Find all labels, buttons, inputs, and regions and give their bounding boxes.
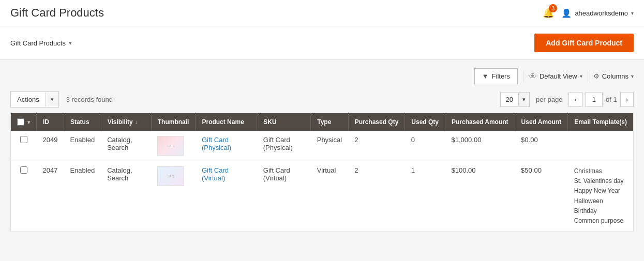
row-checkbox[interactable] — [20, 166, 27, 174]
top-right-controls: 🔔 3 👤 aheadworksdemo ▾ — [543, 7, 634, 19]
cell-email-templates — [568, 131, 634, 161]
cell-email-templates: ChristmasSt. Valentines dayHappy New Yea… — [568, 161, 634, 232]
column-sku: SKU — [257, 113, 311, 131]
cell-thumbnail: IMG — [151, 131, 196, 161]
table-row: 2047 Enabled Catalog, Search IMG Gift Ca… — [11, 161, 634, 232]
columns-chevron-icon: ▾ — [631, 73, 634, 79]
cell-used-amount: $0.00 — [515, 131, 568, 161]
view-label: Default View — [540, 72, 577, 80]
column-id: ID — [37, 113, 64, 131]
separator — [523, 71, 523, 82]
filter-row: ▼ Filters 👁 Default View ▾ ⚙ Columns ▾ — [10, 68, 634, 84]
per-page-label: per page — [536, 96, 562, 103]
filter-icon: ▼ — [482, 72, 489, 80]
cell-status: Enabled — [64, 131, 101, 161]
cell-status: Enabled — [64, 161, 101, 232]
cell-visibility: Catalog, Search — [101, 131, 151, 161]
select-all-checkbox[interactable] — [17, 118, 24, 126]
cell-used-amount: $50.00 — [515, 161, 568, 232]
select-all-arrow-icon[interactable]: ▾ — [27, 119, 30, 125]
main-content: ▼ Filters 👁 Default View ▾ ⚙ Columns ▾ A… — [0, 60, 644, 240]
per-page-select[interactable]: 20 ▾ — [500, 92, 530, 107]
add-gift-card-product-button[interactable]: Add Gift Card Product — [534, 34, 634, 52]
cell-sku: Gift Card (Virtual) — [257, 161, 311, 232]
gear-icon: ⚙ — [593, 72, 600, 80]
pagination-prev-button[interactable]: ‹ — [568, 92, 582, 107]
thumbnail-image: IMG — [157, 136, 184, 156]
actions-dropdown[interactable]: Actions ▾ — [10, 91, 59, 108]
row-checkbox[interactable] — [20, 136, 27, 143]
thumbnail-image: IMG — [157, 166, 184, 186]
column-purchased-qty: Purchased Qty — [348, 113, 405, 131]
actions-row: Actions ▾ 3 records found 20 ▾ per page … — [10, 91, 634, 108]
cell-purchased-qty: 2 — [348, 131, 405, 161]
default-view-button[interactable]: 👁 Default View ▾ — [529, 72, 582, 81]
top-header: Gift Card Products 🔔 3 👤 aheadworksdemo … — [0, 0, 644, 26]
columns-label: Columns — [602, 72, 628, 80]
cell-used-qty: 1 — [405, 161, 445, 232]
user-menu[interactable]: 👤 aheadworksdemo ▾ — [561, 8, 634, 18]
column-purchased-amount: Purchased Amount — [445, 113, 515, 131]
gift-card-products-table: ▾ ID Status Visibility↓ Thumbnail Produc… — [10, 113, 634, 232]
records-count: 3 records found — [66, 96, 113, 103]
cell-id: 2047 — [37, 161, 64, 232]
separator2 — [588, 71, 588, 82]
notification-bell[interactable]: 🔔 3 — [543, 7, 554, 19]
filters-button[interactable]: ▼ Filters — [474, 68, 518, 84]
cell-type: Physical — [311, 131, 348, 161]
row-checkbox-cell — [11, 131, 37, 161]
column-used-amount: Used Amount — [515, 113, 568, 131]
columns-button[interactable]: ⚙ Columns ▾ — [593, 72, 634, 80]
column-used-qty: Used Qty — [405, 113, 445, 131]
actions-dropdown-arrow-icon: ▾ — [46, 93, 58, 106]
row-checkbox-cell — [11, 161, 37, 232]
user-name: aheadworksdemo — [575, 9, 628, 17]
per-page-arrow-icon: ▾ — [518, 93, 529, 106]
cell-used-qty: 0 — [405, 131, 445, 161]
cell-visibility: Catalog, Search — [101, 161, 151, 232]
cell-thumbnail: IMG — [151, 161, 196, 232]
table-row: 2049 Enabled Catalog, Search IMG Gift Ca… — [11, 131, 634, 161]
user-icon: 👤 — [561, 8, 572, 18]
store-view-label: Gift Card Products — [10, 39, 66, 47]
cell-purchased-amount: $1,000.00 — [445, 131, 515, 161]
cell-purchased-amount: $100.00 — [445, 161, 515, 232]
sort-icon: ↓ — [135, 119, 138, 125]
pagination-controls: 20 ▾ per page ‹ 1 of 1 › — [500, 92, 634, 107]
column-email-templates: Email Template(s) — [568, 113, 634, 131]
column-visibility[interactable]: Visibility↓ — [101, 113, 151, 131]
column-product-name: Product Name — [196, 113, 257, 131]
notification-badge: 3 — [549, 4, 557, 12]
product-name-link[interactable]: Gift Card (Virtual) — [202, 166, 229, 182]
per-page-value: 20 — [501, 93, 518, 106]
cell-product-name: Gift Card (Virtual) — [196, 161, 257, 232]
toolbar-bar: Gift Card Products ▾ Add Gift Card Produ… — [0, 26, 644, 60]
user-menu-chevron-icon: ▾ — [631, 10, 634, 16]
eye-icon: 👁 — [529, 72, 537, 81]
pagination-total-pages: of 1 — [606, 96, 617, 103]
cell-product-name: Gift Card (Physical) — [196, 131, 257, 161]
table-header-row: ▾ ID Status Visibility↓ Thumbnail Produc… — [11, 113, 634, 131]
cell-type: Virtual — [311, 161, 348, 232]
actions-label: Actions — [11, 92, 46, 107]
cell-sku: Gift Card (Physical) — [257, 131, 311, 161]
store-view-dropdown[interactable]: Gift Card Products ▾ — [10, 39, 72, 47]
page-title: Gift Card Products — [10, 6, 104, 20]
email-templates-list: ChristmasSt. Valentines dayHappy New Yea… — [574, 166, 627, 226]
column-status: Status — [64, 113, 101, 131]
product-name-link[interactable]: Gift Card (Physical) — [202, 136, 231, 151]
cell-id: 2049 — [37, 131, 64, 161]
column-type: Type — [311, 113, 348, 131]
pagination-current-page: 1 — [586, 92, 603, 107]
pagination-next-button[interactable]: › — [620, 92, 634, 107]
cell-purchased-qty: 2 — [348, 161, 405, 232]
view-chevron-icon: ▾ — [580, 73, 582, 79]
actions-left: Actions ▾ 3 records found — [10, 91, 113, 108]
column-checkbox: ▾ — [11, 113, 37, 131]
column-thumbnail: Thumbnail — [151, 113, 196, 131]
store-dropdown-chevron-icon: ▾ — [69, 40, 72, 47]
filters-label: Filters — [492, 72, 510, 80]
